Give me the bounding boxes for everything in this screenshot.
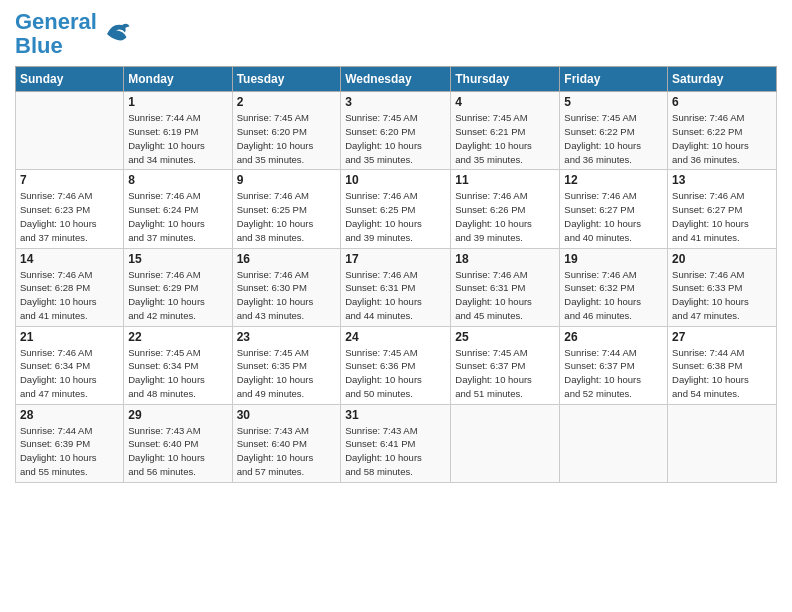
calendar-cell: 3Sunrise: 7:45 AM Sunset: 6:20 PM Daylig…: [341, 92, 451, 170]
day-info: Sunrise: 7:45 AM Sunset: 6:20 PM Dayligh…: [345, 111, 446, 166]
day-info: Sunrise: 7:43 AM Sunset: 6:41 PM Dayligh…: [345, 424, 446, 479]
calendar-cell: 26Sunrise: 7:44 AM Sunset: 6:37 PM Dayli…: [560, 326, 668, 404]
header-row: Sunday Monday Tuesday Wednesday Thursday…: [16, 67, 777, 92]
day-info: Sunrise: 7:45 AM Sunset: 6:21 PM Dayligh…: [455, 111, 555, 166]
logo-blue: Blue: [15, 33, 63, 58]
calendar-cell: 20Sunrise: 7:46 AM Sunset: 6:33 PM Dayli…: [668, 248, 777, 326]
calendar-cell: 6Sunrise: 7:46 AM Sunset: 6:22 PM Daylig…: [668, 92, 777, 170]
day-number: 21: [20, 330, 119, 344]
day-info: Sunrise: 7:45 AM Sunset: 6:20 PM Dayligh…: [237, 111, 337, 166]
day-info: Sunrise: 7:46 AM Sunset: 6:25 PM Dayligh…: [345, 189, 446, 244]
header: General Blue: [15, 10, 777, 58]
calendar-cell: 9Sunrise: 7:46 AM Sunset: 6:25 PM Daylig…: [232, 170, 341, 248]
col-monday: Monday: [124, 67, 232, 92]
day-number: 18: [455, 252, 555, 266]
calendar-cell: 30Sunrise: 7:43 AM Sunset: 6:40 PM Dayli…: [232, 404, 341, 482]
week-row-1: 1Sunrise: 7:44 AM Sunset: 6:19 PM Daylig…: [16, 92, 777, 170]
day-info: Sunrise: 7:45 AM Sunset: 6:35 PM Dayligh…: [237, 346, 337, 401]
calendar-cell: 12Sunrise: 7:46 AM Sunset: 6:27 PM Dayli…: [560, 170, 668, 248]
day-info: Sunrise: 7:44 AM Sunset: 6:39 PM Dayligh…: [20, 424, 119, 479]
day-number: 24: [345, 330, 446, 344]
day-number: 3: [345, 95, 446, 109]
day-number: 31: [345, 408, 446, 422]
calendar-cell: 23Sunrise: 7:45 AM Sunset: 6:35 PM Dayli…: [232, 326, 341, 404]
week-row-5: 28Sunrise: 7:44 AM Sunset: 6:39 PM Dayli…: [16, 404, 777, 482]
calendar-cell: 19Sunrise: 7:46 AM Sunset: 6:32 PM Dayli…: [560, 248, 668, 326]
day-number: 9: [237, 173, 337, 187]
day-number: 17: [345, 252, 446, 266]
calendar-cell: 18Sunrise: 7:46 AM Sunset: 6:31 PM Dayli…: [451, 248, 560, 326]
day-info: Sunrise: 7:46 AM Sunset: 6:31 PM Dayligh…: [455, 268, 555, 323]
day-number: 16: [237, 252, 337, 266]
day-info: Sunrise: 7:46 AM Sunset: 6:27 PM Dayligh…: [564, 189, 663, 244]
day-number: 13: [672, 173, 772, 187]
calendar-cell: 15Sunrise: 7:46 AM Sunset: 6:29 PM Dayli…: [124, 248, 232, 326]
day-number: 14: [20, 252, 119, 266]
day-number: 30: [237, 408, 337, 422]
day-number: 11: [455, 173, 555, 187]
calendar-cell: 1Sunrise: 7:44 AM Sunset: 6:19 PM Daylig…: [124, 92, 232, 170]
week-row-4: 21Sunrise: 7:46 AM Sunset: 6:34 PM Dayli…: [16, 326, 777, 404]
day-info: Sunrise: 7:46 AM Sunset: 6:29 PM Dayligh…: [128, 268, 227, 323]
day-info: Sunrise: 7:46 AM Sunset: 6:26 PM Dayligh…: [455, 189, 555, 244]
logo: General Blue: [15, 10, 131, 58]
day-info: Sunrise: 7:44 AM Sunset: 6:38 PM Dayligh…: [672, 346, 772, 401]
calendar-cell: [560, 404, 668, 482]
day-info: Sunrise: 7:44 AM Sunset: 6:19 PM Dayligh…: [128, 111, 227, 166]
day-info: Sunrise: 7:43 AM Sunset: 6:40 PM Dayligh…: [237, 424, 337, 479]
calendar-table: Sunday Monday Tuesday Wednesday Thursday…: [15, 66, 777, 482]
page: General Blue Sunday Monday Tuesday: [0, 0, 792, 612]
day-info: Sunrise: 7:45 AM Sunset: 6:37 PM Dayligh…: [455, 346, 555, 401]
calendar-cell: 25Sunrise: 7:45 AM Sunset: 6:37 PM Dayli…: [451, 326, 560, 404]
day-number: 12: [564, 173, 663, 187]
day-number: 27: [672, 330, 772, 344]
day-number: 5: [564, 95, 663, 109]
col-wednesday: Wednesday: [341, 67, 451, 92]
day-number: 6: [672, 95, 772, 109]
day-number: 8: [128, 173, 227, 187]
logo-general: General: [15, 9, 97, 34]
calendar-cell: [668, 404, 777, 482]
day-number: 4: [455, 95, 555, 109]
day-info: Sunrise: 7:46 AM Sunset: 6:23 PM Dayligh…: [20, 189, 119, 244]
logo-bird-icon: [101, 19, 131, 49]
calendar-cell: 11Sunrise: 7:46 AM Sunset: 6:26 PM Dayli…: [451, 170, 560, 248]
logo-text: General Blue: [15, 10, 97, 58]
calendar-cell: 22Sunrise: 7:45 AM Sunset: 6:34 PM Dayli…: [124, 326, 232, 404]
day-number: 20: [672, 252, 772, 266]
day-info: Sunrise: 7:45 AM Sunset: 6:22 PM Dayligh…: [564, 111, 663, 166]
calendar-cell: 10Sunrise: 7:46 AM Sunset: 6:25 PM Dayli…: [341, 170, 451, 248]
day-info: Sunrise: 7:46 AM Sunset: 6:25 PM Dayligh…: [237, 189, 337, 244]
col-friday: Friday: [560, 67, 668, 92]
calendar-cell: 5Sunrise: 7:45 AM Sunset: 6:22 PM Daylig…: [560, 92, 668, 170]
day-number: 22: [128, 330, 227, 344]
calendar-cell: 14Sunrise: 7:46 AM Sunset: 6:28 PM Dayli…: [16, 248, 124, 326]
calendar-cell: 4Sunrise: 7:45 AM Sunset: 6:21 PM Daylig…: [451, 92, 560, 170]
calendar-cell: 31Sunrise: 7:43 AM Sunset: 6:41 PM Dayli…: [341, 404, 451, 482]
day-info: Sunrise: 7:45 AM Sunset: 6:34 PM Dayligh…: [128, 346, 227, 401]
col-thursday: Thursday: [451, 67, 560, 92]
day-number: 19: [564, 252, 663, 266]
week-row-2: 7Sunrise: 7:46 AM Sunset: 6:23 PM Daylig…: [16, 170, 777, 248]
day-info: Sunrise: 7:45 AM Sunset: 6:36 PM Dayligh…: [345, 346, 446, 401]
day-number: 7: [20, 173, 119, 187]
calendar-cell: 28Sunrise: 7:44 AM Sunset: 6:39 PM Dayli…: [16, 404, 124, 482]
day-number: 29: [128, 408, 227, 422]
day-info: Sunrise: 7:46 AM Sunset: 6:24 PM Dayligh…: [128, 189, 227, 244]
col-sunday: Sunday: [16, 67, 124, 92]
calendar-cell: 16Sunrise: 7:46 AM Sunset: 6:30 PM Dayli…: [232, 248, 341, 326]
day-number: 15: [128, 252, 227, 266]
day-info: Sunrise: 7:46 AM Sunset: 6:32 PM Dayligh…: [564, 268, 663, 323]
day-number: 26: [564, 330, 663, 344]
calendar-cell: 8Sunrise: 7:46 AM Sunset: 6:24 PM Daylig…: [124, 170, 232, 248]
day-info: Sunrise: 7:43 AM Sunset: 6:40 PM Dayligh…: [128, 424, 227, 479]
calendar-cell: [451, 404, 560, 482]
day-number: 28: [20, 408, 119, 422]
day-number: 1: [128, 95, 227, 109]
day-number: 2: [237, 95, 337, 109]
day-number: 25: [455, 330, 555, 344]
calendar-cell: 21Sunrise: 7:46 AM Sunset: 6:34 PM Dayli…: [16, 326, 124, 404]
day-info: Sunrise: 7:46 AM Sunset: 6:31 PM Dayligh…: [345, 268, 446, 323]
day-info: Sunrise: 7:46 AM Sunset: 6:28 PM Dayligh…: [20, 268, 119, 323]
day-number: 23: [237, 330, 337, 344]
